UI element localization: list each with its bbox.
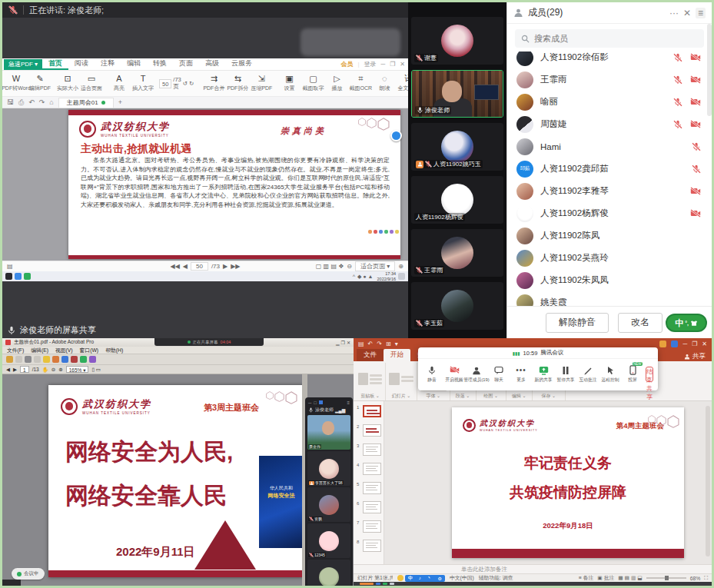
pdf-tab-注释[interactable]: 注释 xyxy=(95,58,121,70)
tray-chevron-icon[interactable]: ^ xyxy=(353,274,355,279)
unmute-button[interactable]: 解除静音 xyxy=(546,313,609,333)
pdf-tool-截图OCR[interactable]: ⌗截图OCR xyxy=(349,71,372,96)
start-button[interactable] xyxy=(5,273,12,280)
tencent-toolbar-header[interactable]: ▮▮▮ 10:59 腾讯会议 xyxy=(418,347,658,359)
pdf-tab-高级[interactable]: 高级 xyxy=(199,58,225,70)
save-icon[interactable]: ▤ xyxy=(358,341,364,347)
next-page-icon[interactable]: ▶ xyxy=(223,263,227,270)
hand-tool-icon[interactable]: ✋ xyxy=(42,367,48,373)
member-row[interactable]: 邱茹人资11902龚邱茹 xyxy=(516,158,706,180)
member-row[interactable]: 人资11902李雅琴 xyxy=(516,180,706,202)
pdf-tool-适合页面[interactable]: ▭适合页面 xyxy=(80,71,103,96)
comment-icon[interactable] xyxy=(52,356,59,363)
meeting-tool-聊天[interactable]: 聊天 xyxy=(490,365,508,384)
pdf-tab-页面[interactable]: 页面 xyxy=(173,58,199,70)
stamp-icon[interactable] xyxy=(61,356,68,363)
ppt-tab-文件[interactable]: 文件 xyxy=(357,349,384,361)
zoom-percent[interactable]: 68% xyxy=(690,576,701,581)
minimize-icon[interactable]: ─ xyxy=(682,341,687,347)
slide-thumbnail-3[interactable]: 3 xyxy=(354,442,384,461)
pdf-tool-PDF拆分[interactable]: ⇆PDF拆分 xyxy=(226,71,249,96)
member-row[interactable]: 喻丽 xyxy=(516,91,706,113)
ime-indicator[interactable]: 中°, xyxy=(666,314,707,332)
slideshow-icon[interactable]: ⊞ xyxy=(386,341,391,347)
slide-thumbnail-6[interactable]: 6 xyxy=(354,500,384,519)
rename-button[interactable]: 改名 xyxy=(618,313,663,333)
close-icon[interactable]: ✕ xyxy=(347,340,350,345)
pdf-tab-云服务[interactable]: 云服务 xyxy=(225,58,258,70)
pdf-tool-实际大小[interactable]: ⊡实际大小 xyxy=(56,71,79,96)
video-tile-李玉茹[interactable]: 李玉茹 xyxy=(411,282,503,330)
video-tile-人资11902杨辉俊[interactable]: 人资11902杨辉俊 xyxy=(411,176,503,224)
tools-icon[interactable] xyxy=(89,356,96,363)
pdf-tool-高亮[interactable]: A高亮 xyxy=(108,71,131,96)
member-row[interactable]: 人资11902陈凤 xyxy=(516,224,706,247)
slide-thumbnail-4[interactable]: 4 xyxy=(354,461,384,480)
video-tile-谢薏[interactable]: 谢薏 xyxy=(411,17,503,65)
restore-icon[interactable]: ❐ xyxy=(390,61,395,68)
member-row[interactable]: 人资11902吴燕玲 xyxy=(516,247,706,269)
explorer-icon[interactable] xyxy=(15,273,22,280)
meeting-tool-暂停共享[interactable]: 暂停共享 xyxy=(556,365,575,384)
pdf-tool-设置[interactable]: ▣设置 xyxy=(277,71,301,96)
zoom-in-icon[interactable]: ⊕ xyxy=(58,367,62,373)
menu-编辑(E)[interactable]: 编辑(E) xyxy=(31,347,48,354)
system-clock[interactable]: 17:342022/9/16 xyxy=(377,271,396,281)
ime-toolbar[interactable]: 中♪丶⚙ xyxy=(397,575,445,582)
prev-page-icon[interactable]: ◀ xyxy=(183,263,188,270)
menu-icon[interactable]: ≡ xyxy=(347,400,350,405)
fit-to-window-icon[interactable]: ⛶ xyxy=(704,575,708,581)
tray-icons[interactable]: ◆●▲ xyxy=(357,274,375,280)
print-icon[interactable]: ⎙ xyxy=(18,98,24,107)
meeting-mini-pill[interactable]: 会议中 xyxy=(12,568,45,580)
restore-icon[interactable]: ❐ xyxy=(692,341,697,347)
member-row[interactable]: 王霏雨 xyxy=(516,68,706,91)
notes-toggle[interactable]: ≡ 备注 xyxy=(579,574,593,582)
pdf-tab-首页[interactable]: 首页 xyxy=(42,58,68,70)
first-page-icon[interactable]: ◀◀ xyxy=(171,263,180,270)
slide-thumbnail-8[interactable]: 8 xyxy=(354,538,384,557)
members-scrollbar[interactable] xyxy=(707,24,712,116)
video-tile-涂俊老师[interactable]: 涂俊老师 xyxy=(411,70,503,118)
video-tile-王霏雨[interactable]: 王霏雨 xyxy=(411,229,503,277)
new-tab-button[interactable]: + xyxy=(118,98,122,106)
meeting-tool-更多[interactable]: •••更多 xyxy=(512,365,530,384)
pdf-tool-朗读[interactable]: ◌朗读 xyxy=(373,71,396,96)
member-row[interactable]: 人资11902徐佰影 xyxy=(516,51,706,68)
forms-icon[interactable] xyxy=(80,356,87,363)
page-input[interactable]: 1 xyxy=(20,366,29,373)
slide-thumbnail-5[interactable]: 5 xyxy=(354,480,384,500)
menu-文件(F)[interactable]: 文件(F) xyxy=(7,347,24,354)
minimize-icon[interactable]: ▁ xyxy=(336,340,340,345)
pdf-tool-PDF合并[interactable]: ⇉PDF合并 xyxy=(202,71,225,96)
zoom-select[interactable]: 165% ▾ xyxy=(66,366,89,373)
sign-icon[interactable] xyxy=(71,356,78,363)
slide-thumbnail-1[interactable]: 1 xyxy=(354,404,384,423)
restore-icon[interactable]: □ xyxy=(314,400,317,405)
highlight-icon[interactable] xyxy=(43,356,50,363)
member-row[interactable]: 姚美霞 xyxy=(516,291,706,306)
email-icon[interactable] xyxy=(34,356,41,363)
slide-thumbnail-2[interactable]: 2 xyxy=(354,423,384,442)
menu-帮助(H)[interactable]: 帮助(H) xyxy=(105,347,123,354)
meeting-tool-新的共享[interactable]: 新的共享 xyxy=(534,365,553,384)
slide-thumbnail-7[interactable]: 7 xyxy=(354,519,384,538)
pdf-tool-插入文字[interactable]: T插入文字 xyxy=(131,71,154,96)
home-icon[interactable]: ⌂ xyxy=(49,98,53,106)
menu-窗口(W)[interactable]: 窗口(W) xyxy=(80,347,99,354)
zoom-out-icon[interactable]: ⊖ xyxy=(51,367,55,373)
overlay-video-tile[interactable]: 丁兆黎 xyxy=(307,560,350,586)
redo-icon[interactable]: ↷ xyxy=(377,341,382,347)
minimize-icon[interactable]: ─ xyxy=(308,400,311,405)
pdf-tool-编辑PDF[interactable]: ✎编辑PDF xyxy=(28,71,51,96)
pdf-tool-播放[interactable]: ▷播放 xyxy=(325,71,348,96)
redo-icon[interactable]: ↷ xyxy=(39,98,45,106)
language-label[interactable]: 中文(中国) xyxy=(450,574,474,582)
overlay-video-tile[interactable]: 聂金作 xyxy=(307,415,350,450)
prev-page-icon[interactable]: ◀ xyxy=(6,367,10,373)
undo-icon[interactable]: ↶ xyxy=(28,98,35,106)
ribbon-group-幻灯片[interactable]: 幻灯片 ⌄ xyxy=(386,363,417,400)
minimize-icon[interactable]: ─ xyxy=(380,61,385,68)
login-button[interactable]: 登录 xyxy=(364,60,376,68)
pdf-tab-转换[interactable]: 转换 xyxy=(147,58,173,70)
